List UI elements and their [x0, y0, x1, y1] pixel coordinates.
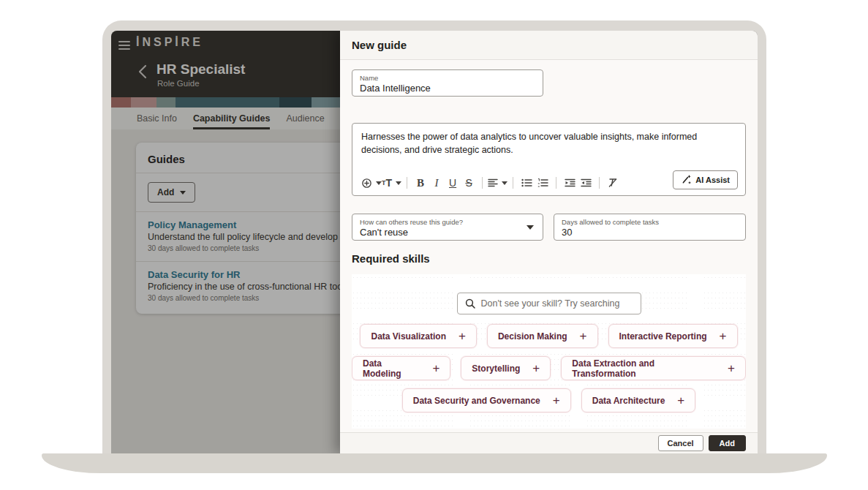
laptop-base: [42, 453, 827, 473]
laptop-screen: İNSPİRE HR Specialist Role Guide Basic I…: [111, 31, 758, 453]
add-skill-plus-icon[interactable]: +: [432, 362, 439, 374]
skill-chip-label: Interactive Reporting: [619, 331, 707, 342]
ai-sparkle-pencil-icon: [681, 175, 691, 185]
drawer-title: New guide: [352, 39, 407, 51]
search-icon: [465, 298, 475, 309]
skill-chip-label: Data Architecture: [592, 396, 665, 406]
cancel-button[interactable]: Cancel: [658, 435, 703, 451]
reuse-select-label: How can others reuse this guide?: [360, 218, 535, 226]
add-skill-plus-icon[interactable]: +: [553, 394, 560, 407]
skill-chip-row: Data Modeling+Storytelling+Data Extracti…: [352, 356, 746, 380]
align-icon[interactable]: [488, 176, 507, 190]
clear-format-icon[interactable]: [605, 176, 621, 190]
toolbar-divider: [482, 177, 483, 189]
skill-chip-storytelling[interactable]: Storytelling+: [461, 356, 551, 380]
days-field-label: Days allowed to complete tasks: [562, 218, 738, 226]
indent-icon[interactable]: [578, 176, 594, 190]
strikethrough-icon[interactable]: S: [461, 176, 477, 190]
ai-assist-button[interactable]: AI Assist: [673, 170, 738, 189]
skill-chip-label: Data Security and Governance: [413, 396, 540, 406]
bold-icon[interactable]: B: [412, 176, 429, 190]
description-editor[interactable]: Harnesses the power of data analytics to…: [352, 123, 746, 196]
skill-search-input[interactable]: Don't see your skill? Try searching: [457, 293, 641, 314]
skill-chip-label: Data Extraction and Transformation: [572, 358, 715, 379]
underline-icon[interactable]: U: [445, 176, 461, 190]
skill-chip-label: Data Modeling: [363, 358, 420, 379]
skills-picker: Don't see your skill? Try searching Data…: [352, 274, 746, 429]
skill-chip-label: Storytelling: [472, 363, 520, 374]
page: İNSPİRE HR Specialist Role Guide Basic I…: [0, 0, 868, 490]
new-guide-drawer: New guide Name Data Intelligence Harness…: [340, 31, 758, 453]
required-skills-heading: Required skills: [352, 252, 430, 265]
reuse-select-value: Can't reuse: [360, 227, 535, 238]
skill-chip-label: Decision Making: [498, 331, 567, 342]
description-text: Harnesses the power of data analytics to…: [361, 130, 736, 157]
skill-chip-interactive-reporting[interactable]: Interactive Reporting+: [608, 324, 738, 348]
add-skill-plus-icon[interactable]: +: [728, 362, 735, 374]
toolbar-divider: [513, 177, 513, 189]
toolbar-divider: [407, 177, 407, 189]
skill-chip-label: Data Visualization: [371, 331, 445, 342]
skill-chip-data-architecture[interactable]: Data Architecture+: [581, 388, 696, 412]
numbered-list-icon[interactable]: [535, 176, 551, 190]
name-field-label: Name: [360, 74, 535, 82]
add-skill-plus-icon[interactable]: +: [580, 330, 587, 342]
skill-chip-data-visualization[interactable]: Data Visualization+: [360, 324, 476, 348]
drawer-header: New guide: [340, 31, 758, 60]
add-skill-plus-icon[interactable]: +: [532, 362, 540, 374]
toolbar-divider: [599, 177, 600, 189]
add-button[interactable]: Add: [709, 435, 746, 451]
days-field-value: 30: [562, 227, 738, 238]
add-skill-plus-icon[interactable]: +: [677, 394, 684, 407]
italic-icon[interactable]: I: [429, 176, 445, 190]
toolbar-divider: [556, 177, 556, 189]
editor-toolbar: TTBIUS: [361, 176, 621, 190]
add-skill-plus-icon[interactable]: +: [720, 330, 727, 342]
font-size-icon[interactable]: TT: [382, 176, 401, 190]
skill-chip-data-extraction-and-transformation[interactable]: Data Extraction and Transformation+: [561, 356, 746, 380]
skill-chip-data-security-and-governance[interactable]: Data Security and Governance+: [402, 388, 571, 412]
insert-object-icon[interactable]: [361, 176, 382, 190]
skill-chip-row: Data Security and Governance+Data Archit…: [352, 388, 746, 412]
skill-chip-rows: Data Visualization+Decision Making+Inter…: [352, 324, 746, 421]
chevron-down-icon: [527, 225, 534, 230]
ai-assist-label: AI Assist: [695, 176, 730, 184]
bullet-list-icon[interactable]: [518, 176, 535, 190]
name-field-value: Data Intelligence: [360, 83, 535, 94]
skill-chip-row: Data Visualization+Decision Making+Inter…: [352, 324, 746, 348]
skill-chip-decision-making[interactable]: Decision Making+: [487, 324, 598, 348]
days-field[interactable]: Days allowed to complete tasks 30: [554, 214, 746, 241]
outdent-icon[interactable]: [562, 176, 578, 190]
skill-search-placeholder: Don't see your skill? Try searching: [481, 298, 620, 309]
add-skill-plus-icon[interactable]: +: [458, 330, 466, 342]
name-field[interactable]: Name Data Intelligence: [352, 69, 543, 97]
reuse-select[interactable]: How can others reuse this guide? Can't r…: [352, 214, 543, 241]
skill-chip-data-modeling[interactable]: Data Modeling+: [352, 356, 450, 380]
drawer-footer: Cancel Add: [340, 432, 758, 453]
